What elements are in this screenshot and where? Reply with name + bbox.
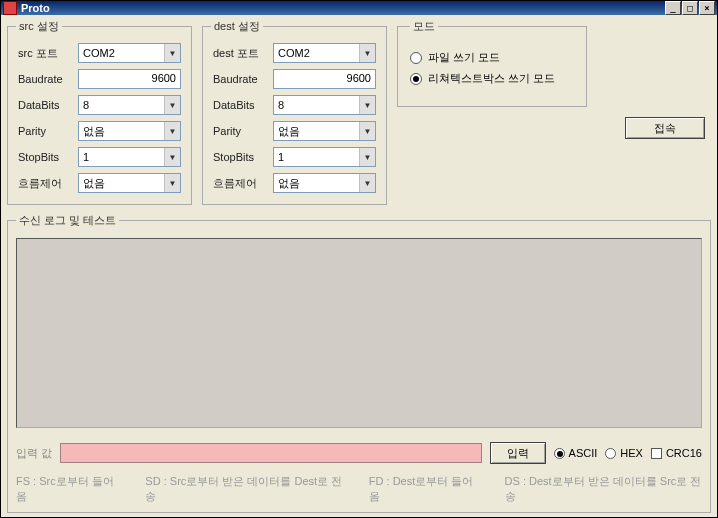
radio-icon [410, 52, 422, 64]
chevron-down-icon: ▼ [359, 122, 375, 140]
dest-parity-combo[interactable]: 없음 ▼ [273, 121, 376, 141]
crc16-checkbox[interactable]: CRC16 [651, 447, 702, 459]
chevron-down-icon: ▼ [359, 148, 375, 166]
dest-flow-combo[interactable]: 없음 ▼ [273, 173, 376, 193]
chevron-down-icon: ▼ [164, 148, 180, 166]
src-stopbits-combo[interactable]: 1 ▼ [78, 147, 181, 167]
dest-port-label: dest 포트 [211, 40, 271, 66]
dest-stopbits-combo[interactable]: 1 ▼ [273, 147, 376, 167]
chevron-down-icon: ▼ [359, 44, 375, 62]
app-window: Proto _ □ × src 설정 src 포트 COM2 ▼ [0, 0, 718, 518]
mode-group: 모드 파일 쓰기 모드 리쳐텍스트박스 쓰기 모드 [397, 19, 587, 107]
chevron-down-icon: ▼ [164, 122, 180, 140]
src-port-combo[interactable]: COM2 ▼ [78, 43, 181, 63]
input-label: 입력 값 [16, 446, 52, 461]
dest-baud-input[interactable]: 9600 [273, 69, 376, 89]
src-flow-combo[interactable]: 없음 ▼ [78, 173, 181, 193]
titlebar: Proto _ □ × [1, 1, 717, 15]
radio-icon [605, 448, 616, 459]
footer-fs: FS : Src로부터 들어옴 [16, 474, 119, 504]
dest-port-combo[interactable]: COM2 ▼ [273, 43, 376, 63]
dest-databits-label: DataBits [211, 92, 271, 118]
src-stopbits-label: StopBits [16, 144, 76, 170]
footer-sd: SD : Src로부터 받은 데이터를 Dest로 전송 [145, 474, 342, 504]
chevron-down-icon: ▼ [359, 174, 375, 192]
dest-settings-group: dest 설정 dest 포트 COM2 ▼ Baudrate [202, 19, 387, 205]
mode-file-radio[interactable]: 파일 쓰기 모드 [410, 50, 574, 65]
mode-rtb-radio[interactable]: 리쳐텍스트박스 쓰기 모드 [410, 71, 574, 86]
chevron-down-icon: ▼ [359, 96, 375, 114]
src-parity-combo[interactable]: 없음 ▼ [78, 121, 181, 141]
src-databits-label: DataBits [16, 92, 76, 118]
radio-icon [554, 448, 565, 459]
log-legend: 수신 로그 및 테스트 [16, 213, 119, 228]
status-footer: FS : Src로부터 들어옴 SD : Src로부터 받은 데이터를 Dest… [16, 474, 702, 504]
footer-ds: DS : Dest로부터 받은 데이터를 Src로 전송 [505, 474, 702, 504]
window-title: Proto [21, 2, 665, 14]
radio-icon [410, 73, 422, 85]
dest-databits-combo[interactable]: 8 ▼ [273, 95, 376, 115]
src-legend: src 설정 [16, 19, 62, 34]
send-input[interactable] [60, 443, 482, 463]
dest-baud-label: Baudrate [211, 66, 271, 92]
close-button[interactable]: × [699, 1, 715, 15]
src-databits-combo[interactable]: 8 ▼ [78, 95, 181, 115]
format-ascii-radio[interactable]: ASCII [554, 447, 598, 459]
app-icon [3, 1, 17, 15]
mode-legend: 모드 [410, 19, 438, 34]
connect-button[interactable]: 접속 [625, 117, 705, 139]
chevron-down-icon: ▼ [164, 96, 180, 114]
format-hex-radio[interactable]: HEX [605, 447, 643, 459]
chevron-down-icon: ▼ [164, 174, 180, 192]
checkbox-icon [651, 448, 662, 459]
src-parity-label: Parity [16, 118, 76, 144]
dest-parity-label: Parity [211, 118, 271, 144]
src-baud-input[interactable]: 9600 [78, 69, 181, 89]
src-baud-label: Baudrate [16, 66, 76, 92]
send-button[interactable]: 입력 [490, 442, 546, 464]
client-area: src 설정 src 포트 COM2 ▼ Baudrate [1, 15, 717, 517]
dest-flow-label: 흐름제어 [211, 170, 271, 196]
dest-legend: dest 설정 [211, 19, 263, 34]
footer-fd: FD : Dest로부터 들어옴 [369, 474, 479, 504]
log-group: 수신 로그 및 테스트 입력 값 입력 ASCII HEX CR [7, 213, 711, 513]
log-textbox[interactable] [16, 238, 702, 428]
src-flow-label: 흐름제어 [16, 170, 76, 196]
maximize-button[interactable]: □ [682, 1, 698, 15]
dest-stopbits-label: StopBits [211, 144, 271, 170]
chevron-down-icon: ▼ [164, 44, 180, 62]
src-port-label: src 포트 [16, 40, 76, 66]
src-settings-group: src 설정 src 포트 COM2 ▼ Baudrate [7, 19, 192, 205]
minimize-button[interactable]: _ [665, 1, 681, 15]
